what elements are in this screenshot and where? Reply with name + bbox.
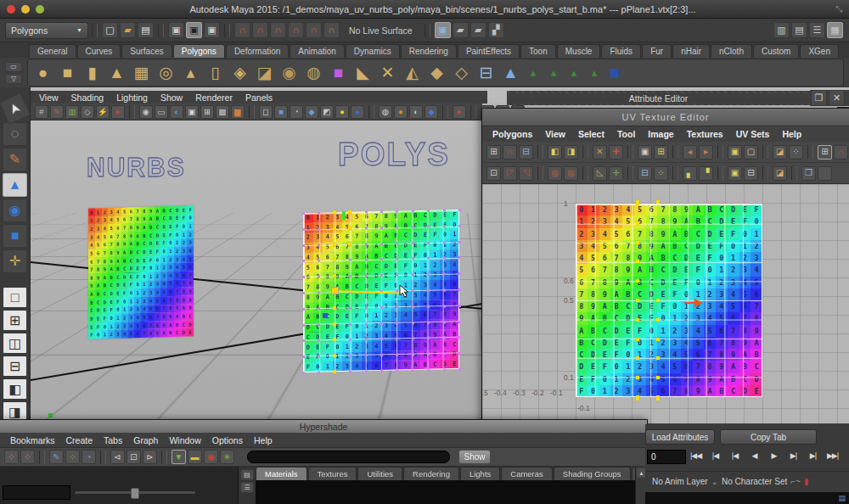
show-button[interactable]: Show <box>458 450 491 464</box>
universal-manipulator-icon[interactable]: ✛ <box>3 249 27 273</box>
hypershade-work-area[interactable] <box>0 467 239 504</box>
uv-image-icon[interactable]: ◪ <box>773 145 787 160</box>
step-forward-frame-icon[interactable]: ▶| <box>804 448 822 463</box>
vertex-dot[interactable] <box>412 258 414 260</box>
shelf-tab-rendering[interactable]: Rendering <box>401 44 457 58</box>
shelf-tab-deformation[interactable]: Deformation <box>226 44 289 58</box>
vertex-dot[interactable] <box>427 257 430 260</box>
copy-uvs-icon[interactable]: ⊟ <box>638 166 652 181</box>
uv-menu-image[interactable]: Image <box>648 129 673 139</box>
uv-point[interactable] <box>656 356 660 360</box>
nurbs-plane-mesh[interactable]: 0123456789ABCDEF123456789ABCDEF023456789… <box>88 205 194 339</box>
uv-point[interactable] <box>656 397 660 400</box>
uv-texture-tile[interactable]: 0123456789ABCDEF123456789ABCDEF023456789… <box>576 204 762 397</box>
vertex-dot[interactable] <box>443 321 446 323</box>
uv-point[interactable] <box>636 200 639 204</box>
vertex-dot[interactable] <box>380 306 383 309</box>
vertex-dot[interactable] <box>302 356 305 358</box>
headlamp-icon[interactable]: ◍ <box>379 105 392 119</box>
layout-single-pane-icon[interactable]: □ <box>3 287 27 308</box>
hypershade-tab-lights[interactable]: Lights <box>460 467 500 480</box>
rearrange-graph-icon[interactable]: ▼ <box>171 450 186 464</box>
vertex-dot[interactable] <box>396 370 398 372</box>
script-editor-icon[interactable]: ▤ <box>838 494 846 502</box>
paint-select-tool-icon[interactable]: ✎ <box>3 148 27 171</box>
vertex-dot[interactable] <box>427 353 430 356</box>
vertex-dot[interactable] <box>380 210 383 213</box>
remove-unselected-icon[interactable]: ◉ <box>204 450 218 464</box>
selected-uv-dot[interactable] <box>348 242 351 245</box>
uv-checker-c-icon[interactable]: ▴ <box>565 64 583 82</box>
uv-smudge-icon[interactable]: ∩ <box>503 145 517 160</box>
shelf-tab-fluids[interactable]: Fluids <box>601 44 641 58</box>
layout-outliner-persp-icon[interactable]: ◧ <box>3 378 27 400</box>
hypershade-tab-materials[interactable]: Materials <box>256 467 307 480</box>
vertex-dot[interactable] <box>427 305 430 308</box>
snap-to-point-icon[interactable]: ∩ <box>270 22 286 38</box>
uv-snapshot-icon[interactable]: ▦ <box>605 64 624 82</box>
select-component-icon[interactable]: ▣ <box>204 22 220 38</box>
snap-to-grid-icon[interactable]: ∩ <box>234 22 250 38</box>
vertex-dot[interactable] <box>458 288 461 291</box>
menu-set-dropdown[interactable]: Polygons ▼ <box>5 22 88 39</box>
layout-uvs-icon[interactable]: ⊞ <box>654 145 668 160</box>
vertex-dot[interactable] <box>302 292 305 294</box>
vertex-dot[interactable] <box>396 338 398 340</box>
flip-v-icon[interactable]: ◨ <box>564 145 578 160</box>
vertex-dot[interactable] <box>365 355 368 357</box>
paste-u-icon[interactable]: ▖ <box>683 166 697 181</box>
uv-menu-uv-sets[interactable]: UV Sets <box>736 129 770 139</box>
shelf-tab-ncloth[interactable]: nCloth <box>711 44 752 58</box>
vertex-dot[interactable] <box>412 322 414 324</box>
vertex-dot[interactable] <box>412 338 414 340</box>
uv-menu-view[interactable]: View <box>545 129 565 139</box>
vertex-dot[interactable] <box>318 244 320 246</box>
selected-uv-dot[interactable] <box>333 227 336 230</box>
vertex-dot[interactable] <box>443 305 446 307</box>
vertex-dot[interactable] <box>396 354 398 356</box>
vertex-dot[interactable] <box>412 305 414 308</box>
panel-menu-view[interactable]: View <box>39 92 59 103</box>
load-attributes-button[interactable]: Load Attributes <box>645 429 715 445</box>
shelf-arrow-icon[interactable]: ▽ <box>5 74 22 84</box>
vertex-dot[interactable] <box>458 225 461 227</box>
paste-uvs-icon[interactable]: ⁘ <box>654 166 668 181</box>
scale-tool-icon[interactable]: ■ <box>3 224 27 248</box>
uv-manipulator-arrow[interactable] <box>694 299 703 307</box>
vertex-dot[interactable] <box>318 372 320 374</box>
show-modeling-toolkit-icon[interactable]: ▦ <box>827 22 843 38</box>
vertex-dot[interactable] <box>349 371 351 373</box>
align-u-max-icon[interactable]: ▸ <box>699 145 713 160</box>
uv-point[interactable] <box>656 338 660 341</box>
hypershade-titlebar[interactable]: Hypershade <box>0 420 647 433</box>
combine-mesh-icon[interactable]: ◣ <box>351 61 374 84</box>
hypershade-tab-cameras[interactable]: Cameras <box>501 467 553 480</box>
open-scene-icon[interactable]: ▰ <box>120 22 136 38</box>
selected-uv-dot[interactable] <box>333 259 336 262</box>
vertex-dot[interactable] <box>302 339 305 342</box>
poly-pyramid-icon[interactable]: ▴ <box>179 61 202 84</box>
save-scene-icon[interactable]: ▤ <box>138 22 154 38</box>
layout-two-stack-icon[interactable]: ⊟ <box>3 356 27 377</box>
layered-texture-icon[interactable]: ❐ <box>801 166 816 181</box>
rotate-cw-icon[interactable]: ◎ <box>564 166 578 181</box>
ipr-render-icon[interactable]: ▰ <box>470 22 486 38</box>
align-u-min-icon[interactable]: ◂ <box>683 145 697 160</box>
vertex-dot[interactable] <box>412 369 414 372</box>
uv-select-shell-icon[interactable]: ◹ <box>519 166 533 181</box>
vertex-dot[interactable] <box>380 227 383 229</box>
hypershade-menu-window[interactable]: Window <box>169 435 200 445</box>
vertex-dot[interactable] <box>380 274 383 277</box>
vertex-dot[interactable] <box>318 212 320 215</box>
dim-image-icon[interactable]: ⁘ <box>789 145 803 160</box>
vertex-dot[interactable] <box>318 307 320 310</box>
panel-menu-renderer[interactable]: Renderer <box>195 92 233 103</box>
set-key-icon[interactable]: ▮ <box>804 477 809 486</box>
poly-cylinder-icon[interactable]: ▮ <box>81 61 104 84</box>
graph-input-output-icon[interactable]: ⊡ <box>127 450 141 464</box>
vertex-dot[interactable] <box>427 337 430 339</box>
vertex-dot[interactable] <box>318 323 320 326</box>
uv-point[interactable] <box>636 356 639 360</box>
sew-uvs-icon[interactable]: ◺ <box>593 166 607 181</box>
extract-faces-icon[interactable]: ◭ <box>401 61 424 84</box>
